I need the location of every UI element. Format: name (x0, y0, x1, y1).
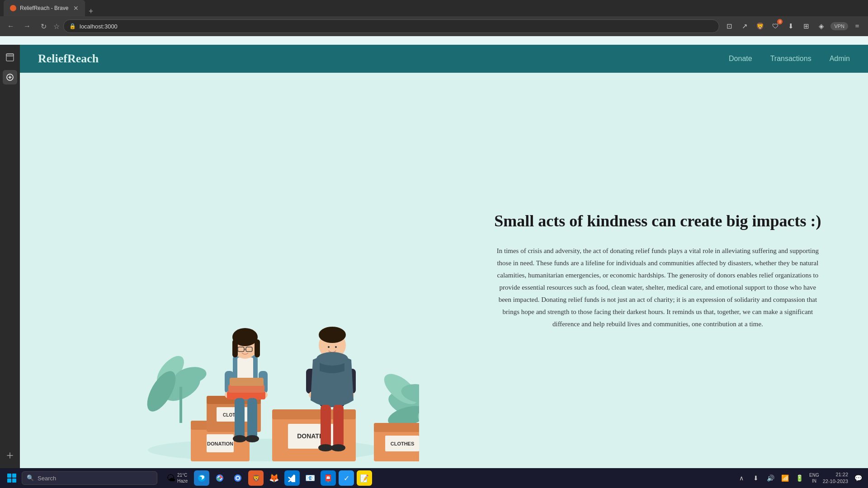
tray-expand[interactable]: ∧ (735, 472, 748, 484)
svg-point-71 (236, 477, 239, 479)
hero-description: In times of crisis and adversity, the ac… (493, 245, 823, 330)
toolbar-actions: ⊡ ↗ 🦁 🛡 0 ⬇ ⊞ ◈ VPN ≡ (723, 20, 863, 33)
taskbar-edge[interactable] (194, 470, 209, 486)
shield-icon[interactable]: 🛡 0 (769, 20, 782, 33)
layout-icon[interactable]: ⊞ (800, 20, 812, 33)
nav-transactions[interactable]: Transactions (770, 55, 811, 63)
taskbar-chrome[interactable] (212, 470, 227, 486)
back-button[interactable]: ← (5, 20, 17, 33)
lang-region: IN (809, 478, 819, 484)
taskbar-vscode[interactable] (284, 470, 300, 486)
svg-point-65 (331, 444, 345, 451)
url-display: localhost:3000 (80, 23, 118, 30)
nav-donate[interactable]: Donate (729, 55, 752, 63)
windows-icon (7, 474, 16, 483)
temperature: 21°C (177, 472, 188, 478)
shield-badge: 0 (777, 19, 783, 24)
taskbar-search[interactable]: 🔍 Search (22, 471, 157, 485)
sidebar-add-icon[interactable] (3, 448, 17, 463)
svg-point-56 (335, 346, 337, 348)
browser-sidebar (0, 45, 20, 468)
svg-rect-8 (179, 387, 182, 423)
donation-illustration: DONATION DONATION CLOTHES CLOTHES (112, 260, 419, 468)
forward-button[interactable]: → (21, 20, 33, 33)
menu-button[interactable]: ≡ (851, 20, 863, 33)
language-indicator[interactable]: ENG IN (809, 472, 819, 484)
share-icon[interactable]: ↗ (738, 20, 751, 33)
screenshare-icon[interactable]: ⊡ (723, 20, 736, 33)
svg-text:CLOTHES: CLOTHES (391, 441, 415, 446)
new-tab-button[interactable]: + (85, 7, 97, 16)
svg-point-61 (316, 352, 348, 366)
svg-point-54 (319, 327, 346, 343)
taskbar-notes[interactable]: 📝 (357, 470, 372, 486)
taskbar-right: ∧ ⬇ 🔊 📶 🔋 ENG IN 21:22 22-10-2023 💬 (735, 471, 864, 485)
download-icon[interactable]: ⬇ (784, 20, 797, 33)
site-logo: ReliefReach (38, 52, 729, 66)
notifications-button[interactable]: 💬 (852, 472, 864, 484)
tray-download[interactable]: ⬇ (750, 472, 762, 484)
main-wrapper: ReliefReach Donate Transactions Admin (20, 45, 868, 468)
svg-point-64 (318, 444, 333, 451)
tray-network[interactable]: 📶 (778, 472, 791, 484)
svg-rect-33 (237, 357, 253, 380)
tray-battery[interactable]: 🔋 (793, 472, 806, 484)
clock[interactable]: 21:22 22-10-2023 (823, 471, 848, 485)
wallet-icon[interactable]: ◈ (815, 20, 828, 33)
search-icon: 🔍 (27, 474, 34, 482)
browser-tab[interactable]: ReliefReach - Brave ✕ (4, 0, 85, 16)
start-button[interactable] (4, 470, 20, 486)
svg-rect-47 (230, 378, 264, 386)
svg-rect-63 (333, 405, 344, 448)
taskbar-todo[interactable]: ✓ (339, 470, 354, 486)
svg-text:DONATION: DONATION (207, 441, 233, 446)
taskbar-outlook[interactable]: 📮 (321, 470, 336, 486)
system-tray: ∧ ⬇ 🔊 📶 🔋 (735, 472, 806, 484)
sidebar-extensions-icon[interactable] (3, 70, 17, 84)
time-display: 21:22 (823, 471, 848, 478)
svg-rect-49 (247, 398, 257, 439)
tray-speaker[interactable]: 🔊 (764, 472, 777, 484)
svg-rect-36 (232, 339, 238, 357)
svg-point-50 (233, 435, 246, 442)
svg-rect-1 (6, 54, 14, 56)
lock-icon: 🔒 (69, 23, 76, 30)
taskbar-firefox[interactable]: 🦊 (266, 470, 282, 486)
vpn-button[interactable]: VPN (830, 22, 848, 30)
hero-text: Small acts of kindness can create big im… (484, 211, 841, 331)
date-display: 22-10-2023 (823, 478, 848, 485)
site-navigation: ReliefReach Donate Transactions Admin (20, 45, 868, 73)
lang-code: ENG (809, 472, 819, 478)
weather-desc: Haze (177, 478, 188, 484)
browser-toolbar: ← → ↻ ☆ 🔒 localhost:3000 ⊡ ↗ 🦁 🛡 0 ⬇ ⊞ ◈… (0, 16, 868, 36)
hero-title: Small acts of kindness can create big im… (493, 211, 823, 232)
svg-rect-62 (321, 405, 331, 448)
svg-rect-25 (374, 423, 419, 432)
taskbar-apps: 🌤 21°C Haze 🦁 (163, 470, 372, 486)
tab-favicon (10, 5, 16, 11)
tab-close-button[interactable]: ✕ (73, 5, 79, 12)
taskbar: 🔍 Search 🌤 21°C Haze (0, 468, 868, 488)
bookmark-button[interactable]: ☆ (53, 22, 60, 31)
tab-title: ReliefReach - Brave (20, 5, 70, 11)
svg-point-51 (245, 435, 259, 442)
hero-illustration: DONATION DONATION CLOTHES CLOTHES (47, 73, 484, 468)
nav-admin[interactable]: Admin (830, 55, 850, 63)
address-bar[interactable]: 🔒 localhost:3000 (63, 19, 719, 33)
weather-widget[interactable]: 🌤 21°C Haze (163, 472, 191, 484)
search-label: Search (38, 475, 56, 482)
hero-section: DONATION DONATION CLOTHES CLOTHES (20, 73, 868, 468)
nav-links: Donate Transactions Admin (729, 55, 850, 63)
sidebar-tabs-icon[interactable] (3, 50, 17, 65)
taskbar-mail[interactable]: 📧 (302, 470, 318, 486)
brave-icon[interactable]: 🦁 (754, 20, 766, 33)
reload-button[interactable]: ↻ (37, 20, 50, 33)
svg-point-55 (328, 346, 330, 348)
taskbar-brave[interactable]: 🦁 (248, 470, 264, 486)
taskbar-chrome2[interactable] (230, 470, 245, 486)
svg-rect-48 (235, 398, 245, 439)
svg-rect-37 (255, 339, 260, 357)
